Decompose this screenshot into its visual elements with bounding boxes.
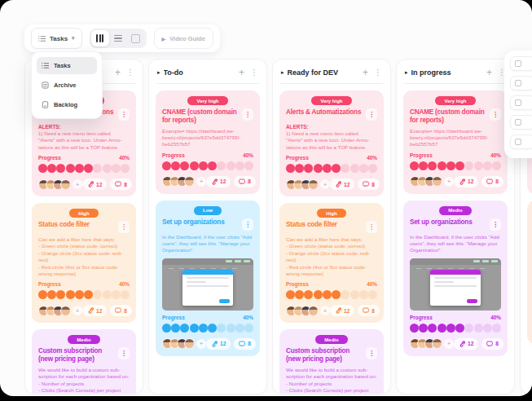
screenshot-menu-item	[480, 268, 485, 270]
panel-action-button[interactable]	[510, 134, 532, 149]
collapse-caret-icon[interactable]: ▸	[157, 69, 160, 76]
links-count[interactable]: 12	[206, 176, 231, 187]
comments-count[interactable]: 8	[110, 178, 132, 190]
links-count[interactable]: 12	[454, 176, 478, 187]
links-count[interactable]: 12	[330, 178, 354, 190]
avatar[interactable]	[184, 176, 195, 187]
list-view-button[interactable]	[109, 30, 127, 46]
progress-dot	[121, 164, 130, 173]
panel-action-button[interactable]	[510, 95, 532, 110]
assignee-avatars: +	[286, 179, 330, 190]
task-card[interactable]: Very highCNAME (custom domain for report…	[156, 90, 260, 194]
links-count[interactable]: 12	[330, 305, 354, 316]
links-count[interactable]: 12	[206, 338, 231, 350]
task-card[interactable]: Very highCNAME (custom domain for report…	[403, 90, 508, 194]
add-card-button[interactable]: +	[486, 68, 492, 77]
panel-action-button[interactable]	[510, 115, 532, 130]
task-card[interactable]: HighStatus code filter⋮Can we add a filt…	[279, 203, 384, 323]
task-card[interactable]: MedioCustom subscription (new pricing pa…	[32, 329, 136, 394]
card-body-line: 1) Need a new menu item called	[38, 130, 130, 137]
column-menu-button[interactable]: ⋮	[250, 68, 258, 77]
avatar[interactable]	[308, 306, 319, 316]
column-divider	[156, 83, 259, 84]
card-menu-button[interactable]: ⋮	[366, 347, 377, 359]
comments-count[interactable]: 8	[110, 305, 132, 316]
progress-dots	[286, 290, 377, 299]
add-assignee-button[interactable]: +	[196, 339, 206, 349]
card-menu-button[interactable]: ⋮	[490, 218, 501, 231]
task-card[interactable]: LowSet up organizations⋮In the Dashboard…	[156, 200, 260, 356]
progress-row: Progress40%	[410, 152, 501, 158]
add-assignee-button[interactable]: +	[444, 177, 454, 187]
avatar[interactable]	[184, 338, 195, 349]
card-title: Status code filter	[286, 221, 363, 229]
add-card-button[interactable]: +	[115, 68, 121, 77]
dropdown-item-backlog[interactable]: Backlog	[37, 96, 97, 113]
screenshot-topbar	[410, 258, 501, 265]
comments-count[interactable]: 8	[234, 338, 256, 350]
card-menu-button[interactable]: ⋮	[118, 221, 130, 233]
task-card[interactable]: MedioSet up organizations⋮In the Dashboa…	[403, 200, 508, 356]
links-count[interactable]: 12	[82, 305, 107, 316]
kanban-view-button[interactable]	[91, 30, 109, 46]
progress-dot	[84, 290, 93, 299]
avatar[interactable]	[60, 306, 71, 316]
avatar[interactable]	[432, 176, 442, 187]
video-guide-button[interactable]: ▶ Video Guide	[154, 28, 213, 49]
comments-count[interactable]: 8	[481, 338, 503, 350]
card-body-line: - Green circle (status code: correct)	[38, 243, 130, 249]
progress-dot	[121, 290, 130, 299]
add-assignee-button[interactable]: +	[444, 339, 454, 349]
card-title-row: CNAME (custom domain for reports)⋮	[162, 108, 253, 125]
add-assignee-button[interactable]: +	[320, 306, 330, 315]
avatar[interactable]	[308, 179, 319, 190]
screenshot-topbar	[162, 258, 253, 265]
tasks-view-select[interactable]: Tasks ▾	[31, 28, 82, 49]
add-assignee-button[interactable]: +	[320, 179, 330, 189]
links-count[interactable]: 12	[82, 178, 107, 190]
panel-action-button[interactable]	[510, 76, 532, 90]
add-assignee-button[interactable]: +	[196, 177, 206, 187]
card-menu-button[interactable]: ⋮	[366, 108, 377, 121]
progress-dot	[75, 290, 84, 299]
priority-badge: Medio	[315, 335, 347, 344]
dropdown-item-archive[interactable]: Archive	[37, 77, 97, 94]
task-card[interactable]: MedioCustom subscription (new pricing pa…	[279, 329, 384, 394]
card-menu-button[interactable]: ⋮	[242, 218, 253, 231]
add-assignee-button[interactable]: +	[73, 179, 82, 189]
progress-dot	[419, 324, 428, 333]
column-menu-button[interactable]: ⋮	[126, 68, 134, 77]
column-header: ▸To-do+⋮	[156, 66, 260, 83]
avatar[interactable]	[432, 338, 442, 349]
task-card[interactable]: HighStatus code filter⋮Can we add a filt…	[32, 203, 136, 323]
progress-dot	[474, 324, 483, 333]
add-card-button[interactable]: +	[363, 68, 368, 77]
assignee-avatars: +	[162, 176, 206, 187]
collapse-caret-icon[interactable]: ▸	[281, 69, 284, 76]
links-count[interactable]: 12	[454, 338, 478, 350]
progress-dot	[226, 161, 235, 170]
add-assignee-button[interactable]: +	[73, 306, 82, 315]
collapse-caret-icon[interactable]: ▸	[405, 69, 408, 76]
avatar[interactable]	[60, 179, 71, 190]
assignee-avatars: +	[162, 338, 206, 349]
card-menu-button[interactable]: ⋮	[118, 347, 130, 359]
task-card[interactable]: Set up organizations⋮In the Dashboard, i…	[527, 200, 532, 344]
comments-count[interactable]: 8	[358, 305, 380, 316]
column-menu-button[interactable]: ⋮	[374, 68, 382, 77]
links-count-value: 12	[220, 178, 226, 184]
card-menu-button[interactable]: ⋮	[490, 108, 501, 121]
comments-count[interactable]: 8	[234, 176, 256, 187]
comments-count[interactable]: 8	[358, 178, 380, 190]
column-title: To-do	[164, 68, 235, 77]
card-menu-button[interactable]: ⋮	[366, 221, 377, 233]
comments-count[interactable]: 8	[481, 176, 503, 187]
add-card-button[interactable]: +	[239, 68, 244, 77]
card-body: In the Dashboard, if the user clicks "Ad…	[410, 234, 501, 254]
calendar-view-button[interactable]	[127, 30, 145, 46]
card-menu-button[interactable]: ⋮	[242, 108, 253, 121]
dropdown-item-tasks[interactable]: Tasks	[37, 57, 97, 74]
card-menu-button[interactable]: ⋮	[118, 108, 130, 121]
panel-action-button[interactable]	[510, 56, 532, 71]
task-card[interactable]: Very highAlerts & Automatizations⋮ALERTS…	[279, 90, 384, 196]
